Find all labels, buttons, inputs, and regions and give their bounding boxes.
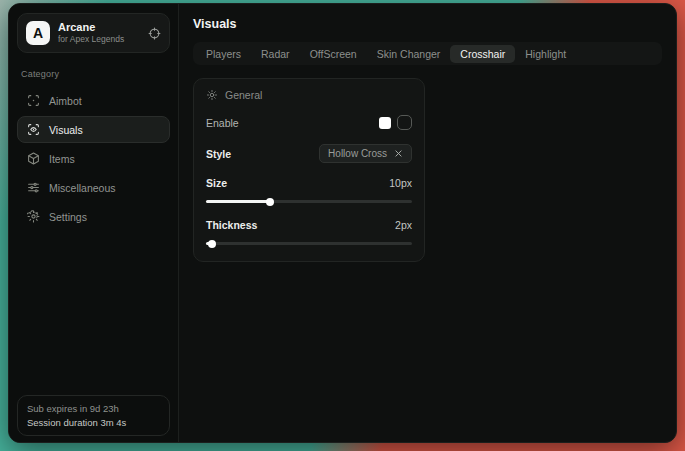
- size-row: Size 10px: [206, 177, 412, 189]
- color-swatch[interactable]: [379, 117, 391, 129]
- enable-label: Enable: [206, 117, 239, 129]
- sidebar-item-miscellaneous[interactable]: Miscellaneous: [17, 174, 170, 201]
- subscription-info-card: Sub expires in 9d 23h Session duration 3…: [17, 395, 170, 436]
- sidebar: A Arcane for Apex Legends Category: [9, 4, 179, 442]
- enable-row: Enable: [206, 115, 412, 130]
- thickness-value: 2px: [395, 219, 412, 231]
- enable-controls: [379, 115, 412, 130]
- app-name: Arcane: [58, 21, 140, 34]
- app-titles: Arcane for Apex Legends: [58, 21, 140, 45]
- sliders-icon: [27, 181, 40, 194]
- sidebar-item-settings[interactable]: Settings: [17, 203, 170, 230]
- tab-highlight[interactable]: Highlight: [515, 45, 576, 63]
- close-icon[interactable]: [394, 149, 403, 158]
- sidebar-item-label: Visuals: [49, 124, 83, 136]
- tab-skin-changer[interactable]: Skin Changer: [367, 45, 451, 63]
- tab-bar: Players Radar OffScreen Skin Changer Cro…: [193, 42, 662, 65]
- sidebar-item-label: Aimbot: [49, 95, 82, 107]
- sidebar-item-label: Settings: [49, 211, 87, 223]
- slider-track: [206, 242, 412, 245]
- sidebar-spacer: [17, 230, 170, 395]
- panel-header: General: [206, 89, 412, 101]
- cog-icon: [206, 89, 218, 101]
- thickness-row: Thickness 2px: [206, 219, 412, 231]
- tab-players[interactable]: Players: [196, 45, 251, 63]
- slider-fill: [206, 200, 270, 203]
- page-title: Visuals: [193, 17, 662, 31]
- slider-thumb[interactable]: [208, 240, 216, 248]
- thickness-label: Thickness: [206, 219, 257, 231]
- style-label: Style: [206, 148, 231, 160]
- sidebar-item-items[interactable]: Items: [17, 145, 170, 172]
- target-icon[interactable]: [148, 27, 161, 40]
- size-label: Size: [206, 177, 227, 189]
- style-row: Style Hollow Cross: [206, 144, 412, 163]
- sidebar-nav: Aimbot Visuals Items: [17, 87, 170, 230]
- sidebar-item-label: Items: [49, 153, 75, 165]
- scan-icon: [27, 94, 40, 107]
- main-content: Visuals Players Radar OffScreen Skin Cha…: [179, 4, 676, 442]
- app-header-card: A Arcane for Apex Legends: [17, 13, 170, 53]
- panel-title: General: [225, 89, 262, 101]
- category-label: Category: [21, 69, 166, 79]
- app-window: A Arcane for Apex Legends Category: [8, 3, 677, 443]
- tab-radar[interactable]: Radar: [251, 45, 300, 63]
- app-logo: A: [26, 21, 50, 45]
- package-icon: [27, 152, 40, 165]
- enable-checkbox[interactable]: [397, 115, 412, 130]
- tab-offscreen[interactable]: OffScreen: [300, 45, 367, 63]
- sidebar-item-aimbot[interactable]: Aimbot: [17, 87, 170, 114]
- sidebar-item-visuals[interactable]: Visuals: [17, 116, 170, 143]
- app-subtitle: for Apex Legends: [58, 34, 140, 45]
- session-duration-text: Session duration 3m 4s: [27, 417, 160, 428]
- style-value: Hollow Cross: [328, 148, 387, 159]
- thickness-slider[interactable]: [206, 239, 412, 247]
- style-dropdown-chip[interactable]: Hollow Cross: [319, 144, 412, 163]
- size-slider[interactable]: [206, 197, 412, 205]
- slider-thumb[interactable]: [266, 198, 274, 206]
- general-panel: General Enable Style Hollow Cross: [193, 78, 425, 262]
- tab-crosshair[interactable]: Crosshair: [450, 45, 515, 63]
- size-value: 10px: [389, 177, 412, 189]
- sub-expires-text: Sub expires in 9d 23h: [27, 403, 160, 414]
- scan-eye-icon: [27, 123, 40, 136]
- sidebar-item-label: Miscellaneous: [49, 182, 116, 194]
- gear-icon: [27, 210, 40, 223]
